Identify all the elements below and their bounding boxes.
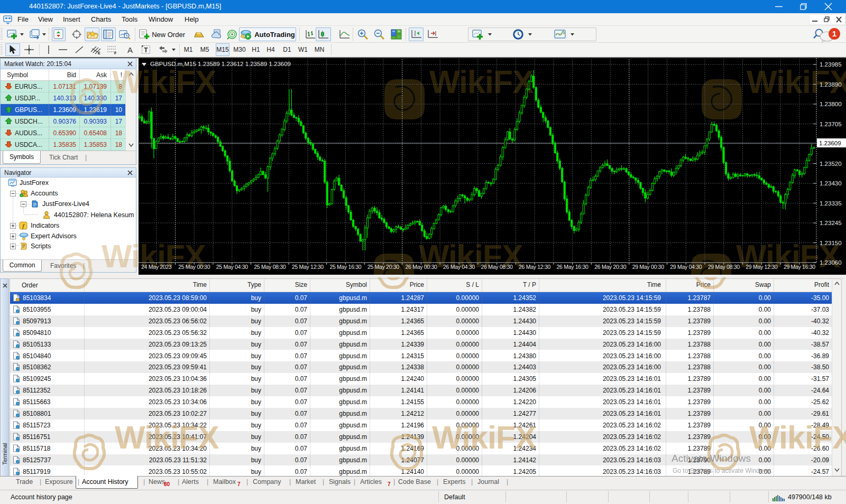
svg-text:1.23150: 1.23150 [820, 240, 842, 246]
svg-text:1.23060: 1.23060 [820, 259, 842, 266]
svg-text:29 May 04:30: 29 May 04:30 [670, 264, 702, 270]
svg-text:1.23520: 1.23520 [820, 161, 842, 167]
svg-text:24 May 2023: 24 May 2023 [141, 264, 172, 270]
svg-text:25 May 04:30: 25 May 04:30 [216, 264, 248, 270]
svg-text:25 May 12:30: 25 May 12:30 [292, 264, 324, 270]
svg-text:1.23705: 1.23705 [820, 121, 842, 127]
svg-text:25 May 08:30: 25 May 08:30 [254, 264, 286, 270]
svg-text:A: A [127, 45, 133, 54]
svg-text:29 May 12:30: 29 May 12:30 [746, 264, 777, 270]
svg-text:25 May 16:30: 25 May 16:30 [329, 264, 361, 270]
svg-text:F: F [114, 51, 117, 55]
svg-text:1.23800: 1.23800 [820, 101, 842, 107]
svg-text:1: 1 [832, 29, 836, 38]
svg-text:E: E [98, 51, 100, 55]
svg-text:T: T [144, 46, 148, 54]
svg-text:26 May 08:30: 26 May 08:30 [481, 264, 513, 270]
svg-text:25 May 00:30: 25 May 00:30 [178, 264, 210, 270]
svg-text:1.23335: 1.23335 [820, 200, 842, 207]
svg-text:1.23985: 1.23985 [820, 61, 842, 68]
svg-text:26 May 00:30: 26 May 00:30 [405, 264, 437, 270]
svg-text:25 May 20:30: 25 May 20:30 [367, 264, 399, 270]
svg-text:29 May 08:30: 29 May 08:30 [708, 264, 740, 270]
svg-text:29 May 00:30: 29 May 00:30 [632, 264, 664, 270]
svg-text:26 May 12:30: 26 May 12:30 [519, 264, 550, 270]
svg-text:GBPUSD.m,M15 1.23589 1.23612: GBPUSD.m,M15 1.23589 1.23612 1.23589 1.2… [150, 61, 291, 67]
svg-text:29 May 16:30: 29 May 16:30 [784, 264, 815, 270]
svg-text:1.23609: 1.23609 [819, 140, 841, 146]
svg-text:1.23890: 1.23890 [820, 81, 842, 88]
svg-text:26 May 16:30: 26 May 16:30 [557, 264, 588, 270]
svg-text:1.23245: 1.23245 [820, 220, 842, 226]
svg-text:1.23430: 1.23430 [820, 180, 842, 186]
svg-text:26 May 20:30: 26 May 20:30 [594, 264, 626, 270]
svg-text:26 May 04:30: 26 May 04:30 [443, 264, 475, 270]
